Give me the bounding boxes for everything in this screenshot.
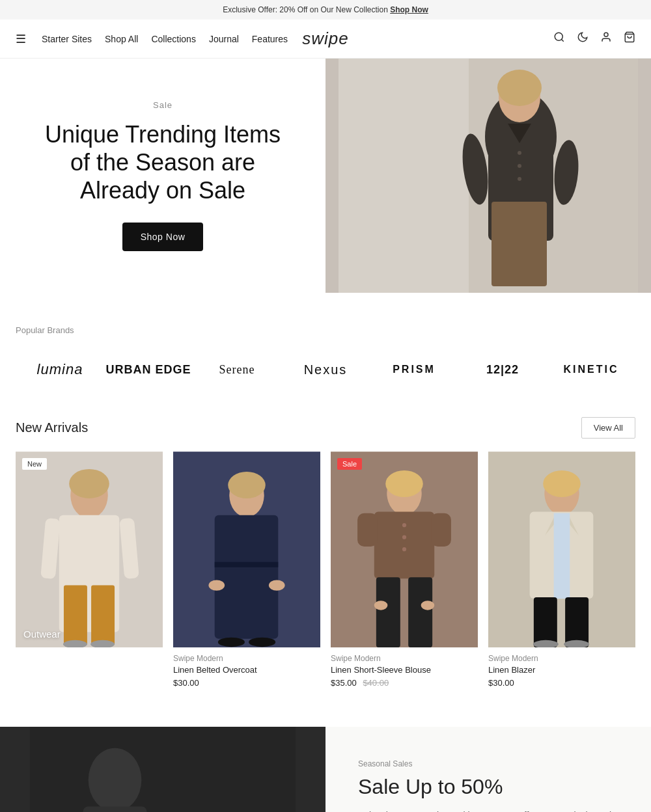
svg-point-2	[604, 33, 608, 36]
svg-point-50	[421, 601, 435, 610]
product-image-blazer	[488, 452, 635, 647]
hamburger-icon[interactable]: ☰	[16, 32, 26, 46]
svg-point-36	[218, 638, 245, 647]
hero-text: Sale Unique Trending Items of the Season…	[0, 61, 326, 291]
svg-rect-43	[431, 513, 451, 547]
product-name-blazer: Linen Blazer	[488, 665, 635, 675]
svg-point-44	[402, 523, 406, 527]
nav-features[interactable]: Features	[252, 34, 288, 44]
nav-journal[interactable]: Journal	[209, 34, 239, 44]
svg-rect-62	[30, 727, 296, 812]
svg-rect-7	[339, 59, 469, 293]
svg-point-17	[518, 164, 521, 168]
main-nav: Starter Sites Shop All Collections Journ…	[42, 34, 288, 44]
svg-point-31	[228, 472, 266, 498]
new-arrivals-header: New Arrivals View All	[0, 417, 651, 439]
sale-description: Seize the season's best with up to 50% o…	[358, 808, 618, 812]
nav-starter-sites[interactable]: Starter Sites	[42, 34, 92, 44]
hero-shop-now-button[interactable]: Shop Now	[122, 223, 204, 251]
nav-collections[interactable]: Collections	[151, 34, 195, 44]
nav-shop-all[interactable]: Shop All	[105, 34, 138, 44]
product-brand-overcoat: Swipe Modern	[173, 654, 320, 663]
products-grid: New Outwear	[0, 452, 651, 688]
product-card-blouse[interactable]: Sale Swipe Modern Linen Short-Sleeve Blo…	[331, 452, 478, 688]
new-arrivals-section: New Arrivals View All	[0, 417, 651, 688]
product-badge-new: New	[22, 458, 47, 470]
svg-point-40	[385, 470, 423, 497]
product-image-overcoat	[173, 452, 320, 647]
product-card-overcoat[interactable]: Swipe Modern Linen Belted Overcoat $30.0…	[173, 452, 320, 688]
new-arrivals-title: New Arrivals	[16, 420, 88, 435]
svg-rect-57	[554, 513, 570, 599]
search-icon[interactable]	[553, 31, 565, 46]
svg-point-46	[402, 547, 406, 551]
svg-point-18	[518, 177, 521, 181]
svg-rect-47	[376, 577, 400, 647]
brands-section: Popular Brands lumina URBAN EDGE Serene …	[0, 293, 651, 417]
brand-1222[interactable]: 12|22	[458, 357, 547, 383]
hero-title: Unique Trending Items of the Season are …	[39, 120, 286, 205]
product-name-overcoat: Linen Belted Overcoat	[173, 665, 320, 675]
header: ☰ Starter Sites Shop All Collections Jou…	[0, 20, 651, 59]
svg-rect-12	[492, 202, 547, 286]
svg-point-34	[208, 580, 225, 590]
dark-mode-icon[interactable]	[577, 31, 589, 46]
brand-urban-edge[interactable]: URBAN EDGE	[104, 357, 193, 383]
svg-rect-23	[64, 586, 87, 645]
hero-section: Sale Unique Trending Items of the Season…	[0, 59, 651, 293]
product-image-outwear: New Outwear	[16, 452, 163, 647]
product-brand-blazer: Swipe Modern	[488, 654, 635, 663]
svg-point-0	[555, 33, 562, 40]
brand-nexus[interactable]: Nexus	[281, 356, 370, 384]
product-price-overcoat: $30.00	[173, 678, 199, 688]
svg-point-21	[69, 469, 109, 498]
svg-rect-41	[374, 512, 434, 579]
product-price-original-blouse: $40.00	[363, 678, 389, 688]
cart-icon[interactable]	[624, 31, 635, 46]
product-card-blazer[interactable]: Swipe Modern Linen Blazer $30.00	[488, 452, 635, 688]
brand-prism[interactable]: PRISM	[370, 357, 458, 382]
header-right	[553, 31, 635, 46]
svg-point-45	[402, 535, 406, 539]
svg-point-49	[374, 601, 388, 610]
svg-rect-59	[565, 597, 589, 647]
brand-serene[interactable]: Serene	[193, 357, 281, 383]
svg-point-53	[543, 470, 581, 497]
sale-tag: Seasonal Sales	[358, 759, 618, 768]
product-name-blouse: Linen Short-Sleeve Blouse	[331, 665, 478, 675]
header-left: ☰ Starter Sites Shop All Collections Jou…	[16, 32, 288, 46]
svg-rect-33	[215, 562, 279, 567]
sale-banner-left: 01 Days : 23 Hours : 15 Minutes : 23 Sec…	[0, 727, 326, 812]
hero-tag: Sale	[39, 100, 286, 110]
svg-line-1	[561, 39, 563, 41]
svg-rect-42	[357, 513, 378, 547]
brand-lumina[interactable]: lumina	[16, 355, 104, 385]
announcement-link[interactable]: Shop Now	[390, 5, 428, 14]
hero-image	[326, 59, 651, 293]
sale-title: Sale Up to 50%	[358, 775, 618, 799]
svg-point-35	[269, 580, 285, 590]
svg-point-63	[89, 748, 142, 812]
product-prices-blazer: $30.00	[488, 678, 635, 688]
product-card-outwear[interactable]: New Outwear	[16, 452, 163, 688]
brands-list: lumina URBAN EDGE Serene Nexus PRISM 12|…	[16, 355, 635, 385]
sale-banner-right: Seasonal Sales Sale Up to 50% Seize the …	[326, 727, 651, 812]
svg-rect-48	[408, 577, 432, 647]
svg-point-37	[249, 638, 275, 647]
account-icon[interactable]	[600, 31, 612, 46]
brands-label: Popular Brands	[16, 325, 635, 335]
announcement-text: Exclusive Offer: 20% Off on Our New Coll…	[223, 5, 388, 14]
brand-kinetic[interactable]: KINETIC	[547, 357, 635, 382]
product-image-blouse: Sale	[331, 452, 478, 647]
product-price-blazer: $30.00	[488, 678, 514, 688]
svg-rect-58	[534, 597, 557, 647]
announcement-bar: Exclusive Offer: 20% Off on Our New Coll…	[0, 0, 651, 20]
svg-point-16	[518, 151, 521, 155]
product-badge-sale: Sale	[337, 458, 362, 470]
view-all-button[interactable]: View All	[581, 417, 635, 439]
logo[interactable]: swipe	[302, 29, 348, 49]
product-prices-overcoat: $30.00	[173, 678, 320, 688]
sale-banner-section: 01 Days : 23 Hours : 15 Minutes : 23 Sec…	[0, 727, 651, 812]
product-prices-blouse: $35.00 $40.00	[331, 678, 478, 688]
product-label-outwear: Outwear	[23, 629, 61, 640]
